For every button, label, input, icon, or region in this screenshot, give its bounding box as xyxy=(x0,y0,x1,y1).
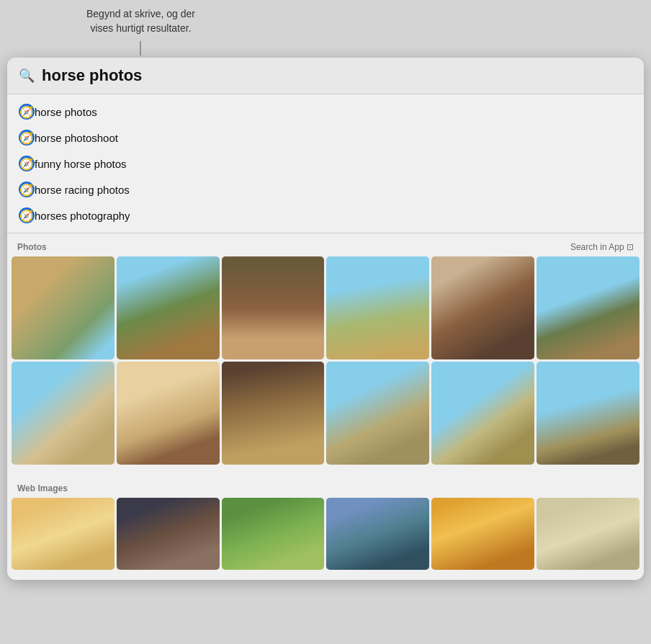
suggestion-text: horse photos xyxy=(35,106,97,118)
web-image-cell[interactable] xyxy=(431,498,534,570)
search-query-text[interactable]: horse photos xyxy=(42,66,142,85)
search-bar: 🔍 horse photos xyxy=(7,58,644,94)
photo-cell[interactable] xyxy=(12,362,115,465)
photo-cell[interactable] xyxy=(117,256,220,359)
suggestion-item[interactable]: horse racing photos xyxy=(7,176,644,202)
suggestion-item[interactable]: funny horse photos xyxy=(7,151,644,176)
search-in-app-button[interactable]: Search in App ⊡ xyxy=(570,242,634,252)
photo-cell[interactable] xyxy=(222,362,325,465)
web-images-grid xyxy=(7,498,644,574)
web-image-cell[interactable] xyxy=(326,498,429,570)
suggestion-text: horse racing photos xyxy=(35,184,130,196)
tooltip-line2: vises hurtigt resultater. xyxy=(86,22,195,36)
photos-section-header: Photos Search in App ⊡ xyxy=(7,239,644,256)
photo-cell[interactable] xyxy=(117,362,220,465)
photo-cell[interactable] xyxy=(12,256,115,359)
compass-icon xyxy=(19,104,35,120)
photo-cell[interactable] xyxy=(536,256,639,359)
web-images-section-title: Web Images xyxy=(17,483,68,493)
web-images-section: Web Images xyxy=(7,475,644,580)
suggestion-text: funny horse photos xyxy=(35,158,127,170)
compass-icon xyxy=(19,207,35,223)
photos-section-title: Photos xyxy=(17,242,47,252)
compass-icon xyxy=(19,182,35,197)
web-image-cell[interactable] xyxy=(12,498,115,570)
web-image-cell[interactable] xyxy=(117,498,220,570)
web-images-section-header: Web Images xyxy=(7,480,644,498)
photo-cell[interactable] xyxy=(431,256,534,359)
suggestion-item[interactable]: horse photos xyxy=(7,99,644,125)
suggestion-item[interactable]: horses photography xyxy=(7,202,644,228)
search-panel: 🔍 horse photos horse photos horse photos… xyxy=(7,58,644,580)
photo-cell[interactable] xyxy=(536,362,639,465)
search-icon: 🔍 xyxy=(19,68,35,84)
suggestion-item[interactable]: horse photoshoot xyxy=(7,125,644,151)
compass-icon xyxy=(19,130,35,146)
tooltip-line1: Begynd at skrive, og der xyxy=(86,7,195,22)
suggestion-text: horses photography xyxy=(35,210,130,222)
photo-cell[interactable] xyxy=(326,256,429,359)
web-image-cell[interactable] xyxy=(222,498,325,570)
photo-cell[interactable] xyxy=(326,362,429,465)
compass-icon xyxy=(19,156,35,171)
tooltip-arrow xyxy=(140,41,141,55)
photos-section: Photos Search in App ⊡ xyxy=(7,233,644,475)
suggestions-list: horse photos horse photoshoot funny hors… xyxy=(7,94,644,233)
suggestion-text: horse photoshoot xyxy=(35,132,118,144)
web-image-cell[interactable] xyxy=(536,498,639,570)
tooltip: Begynd at skrive, og der vises hurtigt r… xyxy=(86,0,195,43)
photo-cell[interactable] xyxy=(431,362,534,465)
photos-grid xyxy=(7,256,644,469)
photo-cell[interactable] xyxy=(222,256,325,359)
